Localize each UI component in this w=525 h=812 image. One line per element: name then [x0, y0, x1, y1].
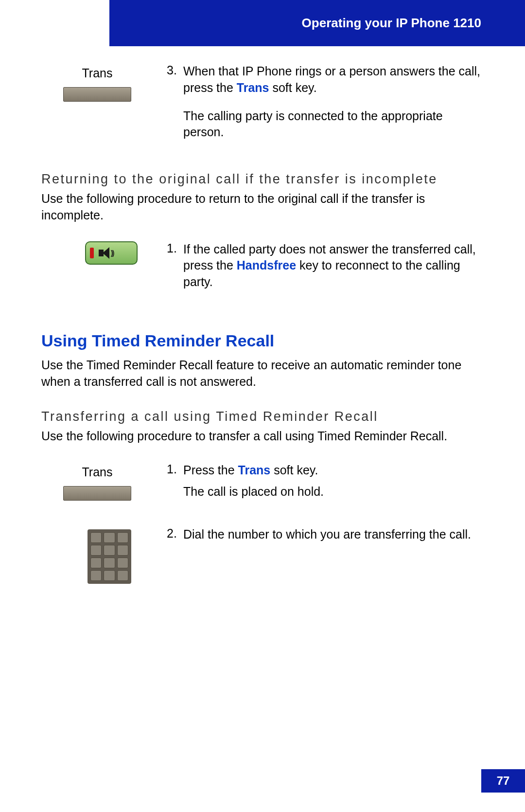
- step-number: 2.: [167, 526, 183, 584]
- section-heading-timed-reminder: Using Timed Reminder Recall: [41, 331, 484, 350]
- speaker-icon: )): [99, 247, 113, 259]
- step-number: 3.: [167, 63, 183, 152]
- softkey-label-trans: Trans: [82, 465, 113, 479]
- step-handsfree-row: )) 1. If the called party does not answe…: [41, 241, 484, 302]
- step-3-row: Trans 3. When that IP Phone rings or a p…: [41, 63, 484, 152]
- softkey-label-trans: Trans: [82, 66, 113, 80]
- header-title: Operating your IP Phone 1210: [302, 16, 481, 31]
- keypad-icon: [88, 529, 131, 584]
- keyword-trans: Trans: [238, 463, 271, 477]
- subsection-intro: Use the following procedure to return to…: [41, 191, 484, 224]
- step-trans-1-row: Trans 1. Press the Trans soft key. The c…: [41, 462, 484, 512]
- subsection-heading-transferring: Transferring a call using Timed Reminder…: [41, 409, 484, 424]
- softkey-icon: [63, 486, 131, 501]
- step-number: 1.: [167, 462, 183, 512]
- subsection-heading-returning: Returning to the original call if the tr…: [41, 172, 484, 187]
- step-text: When that IP Phone rings or a person ans…: [183, 63, 484, 152]
- step-text: Dial the number to which you are transfe…: [183, 526, 484, 584]
- step-text: If the called party does not answer the …: [183, 241, 484, 302]
- step-number: 1.: [167, 241, 183, 302]
- subsection-intro: Use the following procedure to transfer …: [41, 428, 484, 445]
- page-number: 77: [481, 769, 525, 793]
- handsfree-button-icon: )): [85, 241, 138, 265]
- step-keypad-row: 2. Dial the number to which you are tran…: [41, 526, 484, 584]
- softkey-icon: [63, 87, 131, 102]
- page-header: Operating your IP Phone 1210: [109, 0, 525, 46]
- keyword-trans: Trans: [237, 81, 269, 94]
- led-icon: [90, 248, 94, 258]
- step-text: Press the Trans soft key. The call is pl…: [183, 462, 484, 512]
- keyword-handsfree: Handsfree: [237, 258, 296, 272]
- section-intro: Use the Timed Reminder Recall feature to…: [41, 357, 484, 390]
